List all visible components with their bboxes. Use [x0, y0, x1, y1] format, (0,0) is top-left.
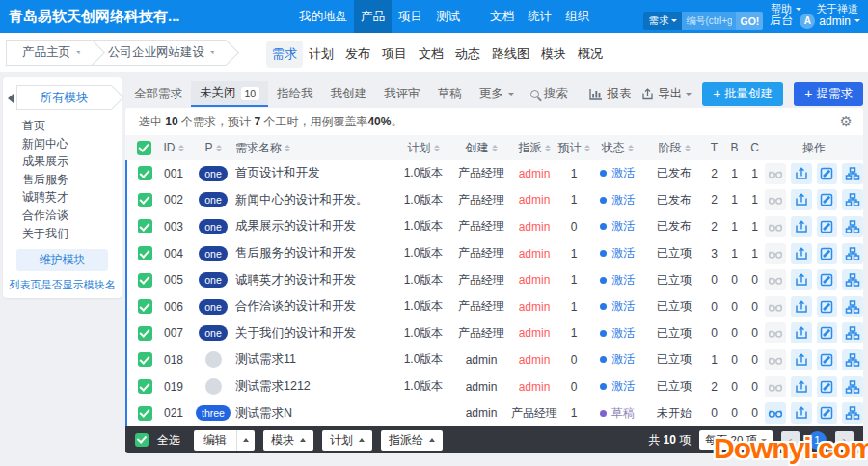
tab[interactable]: 路线图	[486, 41, 535, 68]
review-button[interactable]	[765, 376, 786, 397]
module-item[interactable]: 成果展示	[3, 152, 122, 171]
show-module-name-link[interactable]: 列表页是否显示模块名	[3, 278, 122, 292]
tab[interactable]: 概况	[572, 41, 609, 68]
col-creator[interactable]: 创建	[451, 140, 511, 156]
col-estimate[interactable]: 预计	[557, 140, 590, 156]
review-button[interactable]	[765, 296, 786, 317]
col-status[interactable]: 状态	[590, 140, 644, 156]
admin-console-link[interactable]: 后台	[770, 13, 793, 29]
col-title[interactable]: 需求名称	[235, 140, 395, 156]
module-item[interactable]: 新闻中心	[3, 135, 122, 153]
edit-button[interactable]	[817, 243, 838, 264]
row-checkbox[interactable]	[138, 193, 152, 207]
user-menu[interactable]: A admin	[800, 14, 860, 29]
row-checkbox[interactable]	[138, 379, 152, 394]
edit-button[interactable]	[817, 163, 838, 184]
top-nav-item[interactable]: 组织	[558, 0, 596, 33]
row-checkbox[interactable]	[138, 166, 152, 180]
row-checkbox[interactable]	[138, 273, 152, 288]
row-checkbox[interactable]	[138, 352, 152, 367]
edit-button[interactable]	[817, 296, 838, 317]
review-button[interactable]	[765, 189, 786, 210]
module-item[interactable]: 首页	[3, 117, 122, 135]
subdivide-button[interactable]	[842, 269, 863, 290]
breadcrumb-item[interactable]: 产品主页	[6, 40, 92, 66]
change-button[interactable]	[791, 296, 812, 317]
change-button[interactable]	[791, 322, 812, 343]
review-button[interactable]	[765, 322, 786, 343]
review-button[interactable]	[765, 402, 786, 424]
subdivide-button[interactable]	[842, 349, 863, 370]
story-title[interactable]: 测试需求1212	[235, 378, 395, 395]
col-id[interactable]: ID	[156, 141, 191, 154]
search-type-select[interactable]: 需求	[643, 12, 682, 30]
subdivide-button[interactable]	[842, 243, 863, 264]
col-stage[interactable]: 阶段	[644, 140, 704, 156]
filter-item[interactable]: 我创建	[322, 81, 376, 107]
filter-item[interactable]: 我评审	[375, 81, 429, 107]
top-nav-item[interactable]: 测试	[429, 0, 467, 33]
assign-action-button[interactable]: 指派给	[381, 430, 443, 451]
top-nav-item[interactable]: 文档	[483, 0, 521, 33]
story-title[interactable]: 成果展示的设计和开发	[235, 218, 395, 234]
sidebar-title[interactable]: 所有模块	[17, 86, 111, 109]
tab[interactable]: 计划	[303, 41, 339, 68]
review-button[interactable]	[765, 163, 786, 184]
filter-item[interactable]: 指给我	[268, 81, 322, 107]
top-nav-item[interactable]: 统计	[521, 0, 558, 33]
edit-action-button[interactable]: 编辑	[194, 430, 255, 451]
change-button[interactable]	[791, 402, 812, 424]
subdivide-button[interactable]	[842, 189, 863, 210]
collapse-icon[interactable]	[8, 94, 14, 103]
add-story-button[interactable]: +提需求	[794, 82, 863, 106]
edit-button[interactable]	[817, 189, 838, 210]
search-toggle[interactable]: 搜索	[530, 81, 568, 107]
subdivide-button[interactable]	[842, 376, 863, 397]
subdivide-button[interactable]	[842, 296, 863, 317]
module-item[interactable]: 诚聘英才	[3, 188, 122, 206]
change-button[interactable]	[791, 269, 812, 290]
select-all-checkbox[interactable]	[137, 141, 151, 155]
gear-icon[interactable]: ⚙	[840, 108, 853, 135]
module-item[interactable]: 售后服务	[3, 171, 122, 189]
row-checkbox[interactable]	[138, 246, 152, 260]
change-button[interactable]	[791, 349, 812, 370]
filter-item-active[interactable]: 未关闭 10	[191, 81, 268, 107]
tab[interactable]: 模块	[535, 41, 572, 68]
subdivide-button[interactable]	[842, 402, 863, 424]
maintain-modules-button[interactable]: 维护模块	[16, 249, 108, 271]
plan-action-button[interactable]: 计划	[322, 430, 372, 451]
subdivide-button[interactable]	[842, 216, 863, 237]
story-title[interactable]: 售后服务的设计和开发	[235, 245, 395, 261]
review-button[interactable]	[765, 216, 786, 237]
review-button[interactable]	[765, 349, 786, 370]
top-nav-item[interactable]: 我的地盘	[292, 0, 354, 33]
story-title[interactable]: 测试需求11	[235, 351, 395, 368]
story-title[interactable]: 新闻中心的设计和开发。	[235, 192, 395, 208]
change-button[interactable]	[791, 376, 812, 397]
edit-button[interactable]	[817, 216, 838, 237]
col-assign[interactable]: 指派	[511, 140, 557, 156]
story-title[interactable]: 关于我们的设计和开发	[235, 325, 395, 342]
search-go-button[interactable]: GO!	[736, 12, 763, 30]
module-item[interactable]: 合作洽谈	[3, 206, 122, 225]
module-action-button[interactable]: 模块	[263, 430, 313, 451]
row-checkbox[interactable]	[138, 326, 152, 341]
export-menu[interactable]: 导出	[641, 86, 692, 102]
top-nav-item[interactable]: 产品	[354, 0, 392, 33]
review-button[interactable]	[765, 243, 786, 264]
breadcrumb-item[interactable]: 公司企业网站建设	[92, 40, 226, 66]
tab[interactable]: 动态	[449, 41, 486, 68]
subdivide-button[interactable]	[842, 163, 863, 184]
filter-item[interactable]: 全部需求	[125, 81, 191, 107]
change-button[interactable]	[791, 189, 812, 210]
search-input[interactable]	[682, 12, 736, 30]
edit-button[interactable]	[817, 349, 838, 370]
story-title[interactable]: 测试需求N	[235, 405, 395, 422]
story-title[interactable]: 诚聘英才的设计和开发	[235, 272, 395, 288]
row-checkbox[interactable]	[138, 219, 152, 233]
change-button[interactable]	[791, 216, 812, 237]
change-button[interactable]	[791, 163, 812, 184]
more-menu[interactable]: 更多	[471, 81, 523, 107]
edit-button[interactable]	[817, 269, 838, 290]
